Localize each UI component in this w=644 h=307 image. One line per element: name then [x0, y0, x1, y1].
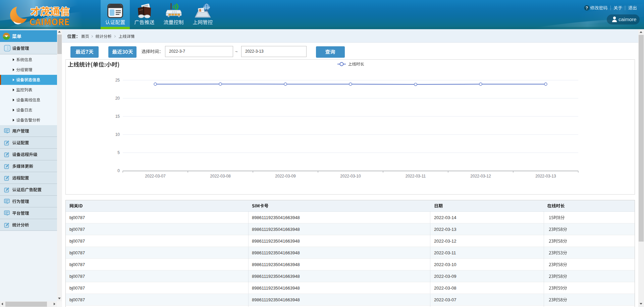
svg-text:2022-03-11: 2022-03-11	[406, 174, 426, 178]
svg-text:?: ?	[586, 6, 588, 10]
svg-text:2022-03-07: 2022-03-07	[145, 174, 166, 178]
svg-text:15: 15	[115, 114, 120, 119]
svg-text:2022-03-12: 2022-03-12	[470, 174, 491, 178]
svg-text:10: 10	[115, 132, 120, 137]
svg-text:2022-03-10: 2022-03-10	[340, 174, 361, 178]
svg-text:0: 0	[117, 168, 120, 173]
svg-text:2022-03-13: 2022-03-13	[535, 174, 556, 178]
svg-text:25: 25	[115, 78, 120, 83]
svg-text:2022-03-09: 2022-03-09	[275, 174, 296, 178]
svg-text:5: 5	[117, 150, 120, 155]
svg-text:2022-03-08: 2022-03-08	[210, 174, 231, 178]
svg-text:20: 20	[115, 96, 120, 101]
